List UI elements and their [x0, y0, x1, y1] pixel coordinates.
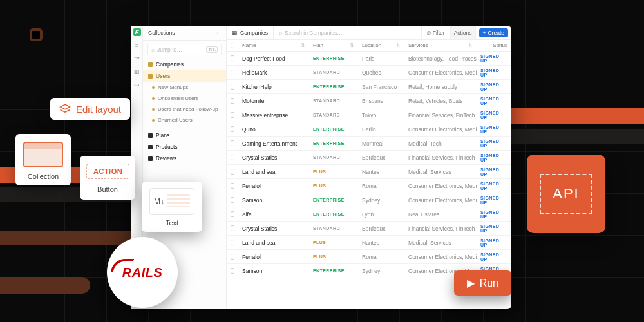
cell-location: Quebec	[358, 70, 404, 76]
filter-icon: ⎚	[427, 30, 430, 36]
row-checkbox[interactable]	[231, 155, 234, 160]
menu-icon[interactable]: ≡	[134, 43, 140, 49]
col-plan[interactable]: Plan⇅	[309, 43, 358, 48]
row-checkbox[interactable]	[231, 98, 234, 104]
sidebar-item-label: Users that need Follow-up	[158, 106, 218, 112]
collection-label: Collection	[22, 173, 64, 180]
table-row[interactable]: Crystal StaticsSTANDARDBordeauxFinancial…	[227, 151, 511, 165]
shortcut-badge: ⌘K	[206, 46, 218, 53]
row-checkbox[interactable]	[231, 84, 234, 90]
cell-name: Quno	[238, 126, 309, 133]
col-services[interactable]: Services⇅	[404, 43, 477, 48]
row-checkbox[interactable]	[231, 211, 234, 217]
table-row[interactable]: Land and seaPLUSNantesMedical, ServicesS…	[227, 236, 511, 250]
main-panel: ▦Companies ⌕Search in Companies… ⎚Filter…	[227, 26, 511, 309]
bullet-icon	[152, 119, 155, 122]
row-checkbox[interactable]	[231, 254, 234, 260]
decor-square	[30, 28, 43, 41]
table-row[interactable]: Crystal StaticsSTANDARDBordeauxFinancial…	[227, 222, 511, 236]
sidebar-item-label: Users	[156, 73, 170, 79]
table-row[interactable]: Gaming EntertainmentENTERPRISEMontrealMe…	[227, 137, 511, 151]
row-checkbox[interactable]	[231, 140, 234, 146]
col-status[interactable]: Status	[477, 43, 511, 48]
cell-services: Biotechnology, Food Processing	[404, 55, 477, 62]
sidebar-item-label: Reviews	[156, 155, 176, 162]
table-row[interactable]: MotomilerSTANDARDBrisbaneRetail, Vehicle…	[227, 94, 511, 108]
cell-name: Massive entreprise	[238, 112, 309, 118]
cell-status: SIGNED UP	[480, 139, 507, 148]
cell-services: Consumer Electronics, Media, Gaming	[404, 126, 477, 133]
row-checkbox[interactable]	[231, 225, 234, 231]
table-row[interactable]: QunoENTERPRISEBerlinConsumer Electronics…	[227, 122, 511, 137]
sort-icon: ⇅	[468, 43, 473, 48]
col-location[interactable]: Location⇅	[358, 43, 404, 48]
sidebar-item-plans[interactable]: Plans	[143, 129, 226, 141]
table-row[interactable]: AlfaENTERPRISELyonReal EstatesSIGNED UP	[227, 207, 511, 222]
collapse-icon[interactable]: ←	[216, 30, 222, 36]
cell-name: Crystal Statics	[238, 155, 309, 161]
chart-icon[interactable]: 〜	[134, 55, 140, 62]
row-checkbox[interactable]	[231, 183, 234, 189]
text-tile[interactable]: M↓ Text	[142, 182, 202, 232]
collection-icon	[148, 133, 153, 138]
sidebar-header: Collections ←	[143, 26, 226, 41]
table-row[interactable]: HelloMarkSTANDARDQuebecConsumer Electron…	[227, 66, 511, 80]
select-all-checkbox[interactable]	[231, 43, 234, 48]
plus-icon: +	[483, 30, 486, 36]
table-row[interactable]: Land and seaPLUSNantesMedical, ServicesS…	[227, 165, 511, 179]
table-row[interactable]: Dog Perfect FoodENTERPRISEParisBiotechno…	[227, 52, 511, 66]
layers-icon	[59, 103, 71, 115]
bar-chart-icon[interactable]: ▥	[134, 68, 140, 75]
sidebar-subitem[interactable]: Users that need Follow-up	[143, 104, 226, 115]
cell-services: Medical, Tech	[404, 140, 477, 147]
row-checkbox[interactable]	[231, 126, 234, 132]
row-checkbox[interactable]	[231, 197, 234, 203]
table-row[interactable]: KitchenHelpENTERPRISESan FranciscoRetail…	[227, 80, 511, 94]
sidebar-item-reviews[interactable]: Reviews	[143, 153, 226, 164]
jump-to-input[interactable]: ⌕Jump to… ⌘K	[147, 44, 222, 55]
create-button[interactable]: +Create	[479, 28, 508, 37]
breadcrumb[interactable]: ▦Companies	[227, 26, 274, 39]
edit-layout-button[interactable]: Edit layout	[50, 98, 130, 120]
sidebar-item-companies[interactable]: Companies	[143, 59, 226, 70]
actions-button[interactable]: Actions	[451, 26, 476, 39]
api-tile[interactable]: API	[527, 155, 605, 233]
sidebar-subitem[interactable]: Onboarded Users	[143, 93, 226, 104]
row-checkbox[interactable]	[231, 70, 234, 75]
cell-name: Alfa	[238, 211, 309, 218]
app-logo[interactable]: F	[133, 28, 141, 36]
search-input[interactable]: ⌕Search in Companies…	[274, 26, 422, 39]
sidebar-subitem[interactable]: Churned Users	[143, 115, 226, 126]
sidebar-item-users[interactable]: Users	[143, 70, 226, 82]
sidebar-subitem[interactable]: New Signups	[143, 82, 226, 93]
sidebar-item-products[interactable]: Products	[143, 141, 226, 153]
cell-name: Gaming Entertainment	[238, 140, 309, 147]
bullet-icon	[152, 108, 155, 111]
cell-plan: PLUS	[313, 169, 326, 174]
collection-tile[interactable]: Collection	[15, 134, 71, 185]
row-checkbox[interactable]	[231, 112, 234, 118]
table-row[interactable]: Massive entrepriseSTANDARDTokyoFinancial…	[227, 108, 511, 122]
run-label: Run	[480, 278, 498, 289]
row-checkbox[interactable]	[231, 240, 234, 245]
action-button-tile[interactable]: ACTION Button	[80, 156, 135, 200]
row-checkbox[interactable]	[231, 55, 234, 61]
cell-services: Retail, Vehicles, Boats	[404, 98, 477, 104]
cell-services: Financial Services, FinTech	[404, 225, 477, 232]
table-row[interactable]: SamsonENTERPRISESydneyConsumer Electroni…	[227, 193, 511, 207]
table-row[interactable]: FerralolPLUSRomaConsumer Electronics, Me…	[227, 250, 511, 264]
cell-name: Land and sea	[238, 240, 309, 246]
col-name[interactable]: Name⇅	[238, 43, 309, 48]
bullet-icon	[152, 86, 155, 89]
table-row[interactable]: FerralolPLUSRomaConsumer Electronics, Me…	[227, 179, 511, 193]
filter-button[interactable]: ⎚Filter	[422, 26, 451, 39]
collection-icon	[148, 156, 153, 161]
cell-services: Medical, Services	[404, 169, 477, 175]
row-checkbox[interactable]	[231, 268, 234, 274]
button-label: Button	[86, 185, 129, 193]
layout-icon[interactable]: ▭	[134, 81, 140, 88]
run-button[interactable]: ▶ Run	[454, 270, 511, 296]
text-label: Text	[148, 219, 196, 227]
cell-status: SIGNED UP	[480, 54, 507, 63]
row-checkbox[interactable]	[231, 169, 234, 175]
